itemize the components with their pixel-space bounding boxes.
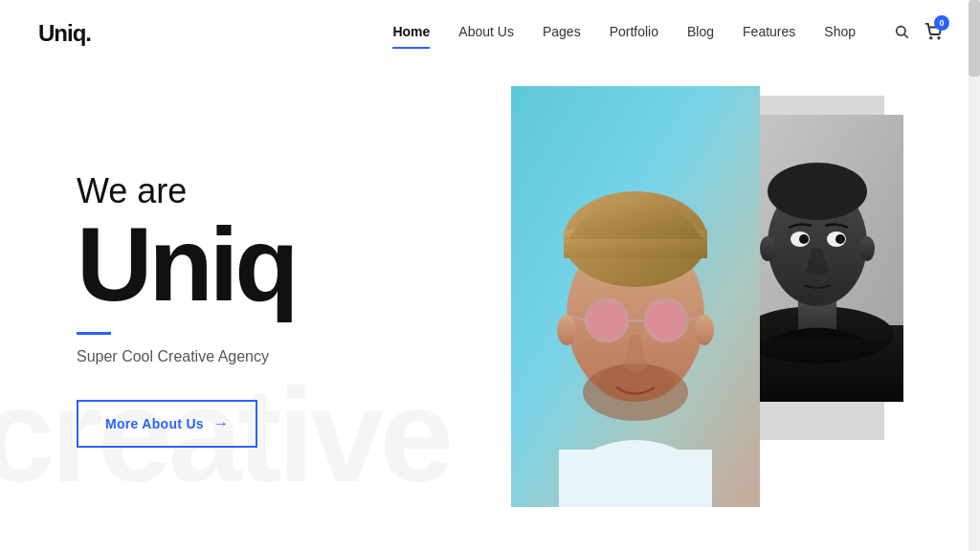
svg-point-29 bbox=[799, 234, 809, 244]
svg-point-31 bbox=[760, 236, 775, 261]
svg-point-30 bbox=[835, 234, 845, 244]
hero-images bbox=[482, 67, 903, 551]
cart-button[interactable]: 0 bbox=[924, 23, 942, 44]
hero-brand: Uniq bbox=[77, 211, 459, 317]
svg-point-2 bbox=[930, 37, 932, 39]
nav-item-portfolio[interactable]: Portfolio bbox=[610, 24, 658, 43]
search-button[interactable] bbox=[894, 24, 909, 43]
nav-item-home[interactable]: Home bbox=[392, 24, 430, 43]
nav-item-about[interactable]: About Us bbox=[458, 24, 514, 43]
scrollbar-thumb[interactable] bbox=[969, 0, 980, 77]
svg-rect-6 bbox=[559, 450, 712, 507]
svg-point-19 bbox=[557, 315, 576, 345]
svg-point-20 bbox=[695, 315, 714, 345]
arrow-icon: → bbox=[213, 415, 229, 432]
blue-divider bbox=[77, 332, 111, 335]
nav-item-shop[interactable]: Shop bbox=[824, 24, 856, 43]
cta-label: More About Us bbox=[105, 416, 204, 431]
header: Uniq. Home About Us Pages Portfolio Blog… bbox=[0, 0, 980, 67]
svg-point-32 bbox=[859, 236, 875, 261]
scrollbar-track[interactable] bbox=[969, 0, 980, 551]
portrait-main-inner bbox=[511, 86, 760, 507]
cart-badge: 0 bbox=[934, 15, 949, 31]
svg-point-3 bbox=[938, 37, 940, 39]
nav-item-pages[interactable]: Pages bbox=[543, 24, 581, 43]
hero-content: We are Uniq Super Cool Creative Agency M… bbox=[0, 171, 459, 448]
svg-point-26 bbox=[768, 163, 867, 220]
svg-line-1 bbox=[904, 34, 908, 38]
more-about-us-button[interactable]: More About Us → bbox=[77, 400, 257, 448]
hero-section: creative We are Uniq Super Cool Creative… bbox=[0, 67, 980, 551]
nav-item-features[interactable]: Features bbox=[743, 24, 795, 43]
portrait-main bbox=[511, 86, 760, 507]
svg-point-0 bbox=[897, 27, 905, 35]
nav-item-blog[interactable]: Blog bbox=[687, 24, 714, 43]
hero-tagline: Super Cool Creative Agency bbox=[77, 348, 459, 365]
nav-icons: 0 bbox=[894, 23, 942, 44]
main-nav: Home About Us Pages Portfolio Blog Featu… bbox=[392, 23, 942, 44]
logo[interactable]: Uniq. bbox=[38, 20, 91, 47]
